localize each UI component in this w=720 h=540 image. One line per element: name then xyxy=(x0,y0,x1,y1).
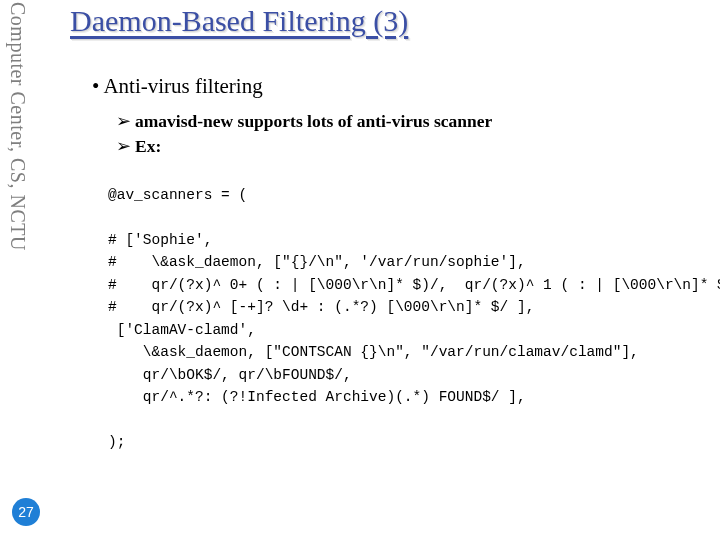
org-label: Computer Center, CS, NCTU xyxy=(6,2,29,251)
bullet-level-2: ➢amavisd-new supports lots of anti-virus… xyxy=(116,109,710,158)
page-number-badge: 27 xyxy=(12,498,40,526)
arrow-icon: ➢ xyxy=(116,136,131,156)
sub-bullet-2: ➢Ex: xyxy=(116,134,710,159)
bullet-level-1: • Anti-virus filtering xyxy=(92,74,710,99)
code-block: @av_scanners = ( # ['Sophie', # \&ask_da… xyxy=(108,184,710,454)
sidebar: Computer Center, CS, NCTU 27 xyxy=(0,0,50,540)
slide-title: Daemon-Based Filtering (3) xyxy=(70,4,710,38)
sub-bullet-1: ➢amavisd-new supports lots of anti-virus… xyxy=(116,109,710,134)
arrow-icon: ➢ xyxy=(116,111,131,131)
slide-content: Daemon-Based Filtering (3) • Anti-virus … xyxy=(70,0,710,454)
